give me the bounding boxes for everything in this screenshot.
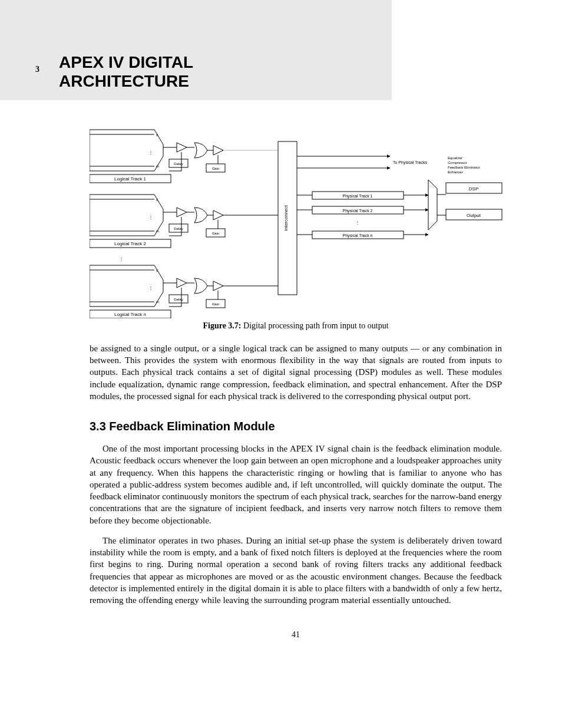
svg-marker-42 [177, 278, 187, 288]
chapter-title-line1: APEX IV DIGITAL [59, 53, 193, 71]
figure-caption-text: Digital processing path from input to ou… [243, 321, 389, 330]
figure-caption: Figure 3.7: Digital processing path from… [90, 321, 502, 332]
svg-marker-22 [177, 207, 187, 217]
chapter-title-line2: ARCHITECTURE [59, 72, 189, 90]
svg-marker-67 [428, 180, 437, 230]
physical-track-1-label: Physical Track 1 [343, 194, 373, 199]
logical-track-2-label: Logical Track 2 [114, 241, 146, 246]
svg-text:Gain: Gain [212, 232, 220, 235]
body-paragraph-3: The eliminator operates in two phases. D… [90, 535, 502, 607]
figure-diagram: 0 m ⋮ Delay Gain Logical Track 1 0 m [90, 100, 514, 318]
svg-text:Delay: Delay [174, 227, 183, 230]
ellipsis-icon: ⋮ [355, 220, 360, 225]
svg-text:⋮: ⋮ [148, 285, 153, 291]
delay-label: Delay [174, 162, 183, 166]
chapter-title: APEX IV DIGITAL ARCHITECTURE [59, 53, 193, 91]
chapter-header: 3 APEX IV DIGITAL ARCHITECTURE [0, 0, 392, 100]
gain-label: Gain [212, 167, 220, 170]
svg-marker-10 [213, 146, 223, 155]
physical-track-n-label: Physical Track n [343, 233, 373, 238]
svg-text:Delay: Delay [174, 298, 183, 301]
output-label: Output [467, 213, 481, 218]
body-paragraph-2: One of the most important processing blo… [90, 443, 502, 526]
dsp-items: Equalizer CompressorFeedback EliminatorE… [448, 156, 480, 174]
section-heading: 3.3 Feedback Elimination Module [90, 419, 502, 434]
figure-caption-label: Figure 3.7: [203, 321, 241, 330]
svg-marker-29 [213, 210, 223, 220]
svg-marker-49 [213, 281, 223, 291]
mux-dots-icon: ⋮ [148, 150, 153, 155]
body-paragraph-1: be assigned to a single output, or a sin… [90, 342, 502, 402]
mux-input-m: m [156, 164, 159, 168]
svg-text:m: m [156, 300, 159, 304]
page-number: 41 [90, 630, 502, 641]
logical-track-1-label: Logical Track 1 [114, 176, 146, 182]
interconnect-label: Interconnect [283, 205, 289, 231]
physical-track-2-label: Physical Track 2 [343, 209, 373, 213]
chapter-number: 3 [35, 65, 39, 74]
svg-text:Gain: Gain [212, 302, 220, 306]
ellipsis-icon: ⋮ [119, 256, 124, 262]
svg-text:⋮: ⋮ [148, 215, 153, 220]
dsp-label: DSP [469, 186, 478, 192]
logical-track-n-label: Logical Track n [114, 312, 146, 317]
svg-marker-4 [177, 143, 187, 152]
to-physical-tracks-label: To Physical Tracks [393, 160, 427, 165]
svg-text:m: m [156, 229, 159, 233]
